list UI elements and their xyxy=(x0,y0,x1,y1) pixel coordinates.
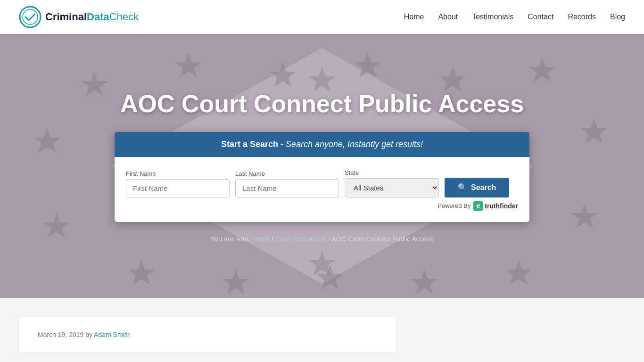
site-header: CriminalDataCheck Home About Testimonial… xyxy=(0,0,644,34)
article-card: March 19, 2019 by Adam Smith xyxy=(19,317,396,353)
main-nav: Home About Testimonials Contact Records … xyxy=(404,13,625,21)
search-header-italic: - Search anyone, Instantly get results! xyxy=(281,140,423,149)
logo-text: CriminalDataCheck xyxy=(45,11,139,23)
breadcrumb-prefix: You are here: xyxy=(211,235,250,243)
search-header-bold: Start a Search xyxy=(221,140,278,149)
last-name-input[interactable] xyxy=(235,179,339,197)
breadcrumb-court[interactable]: Court Documents xyxy=(275,235,327,243)
search-body: First Name Last Name State All States Al… xyxy=(115,157,529,222)
nav-about[interactable]: About xyxy=(438,13,458,21)
article-author[interactable]: Adam Smith xyxy=(94,331,130,338)
nav-blog[interactable]: Blog xyxy=(610,13,625,21)
state-group: State All States Alabama Alaska Arkansas… xyxy=(345,169,439,197)
hero-title: AOC Court Connect Public Access xyxy=(120,90,524,118)
powered-by: Powered By tf truthfinder xyxy=(126,197,518,211)
search-box: Start a Search - Search anyone, Instantl… xyxy=(115,132,529,222)
nav-home[interactable]: Home xyxy=(404,13,424,21)
breadcrumb: You are here: Home / Court Documents / A… xyxy=(211,235,433,243)
truthfinder-logo: tf truthfinder xyxy=(473,201,518,211)
truthfinder-icon: tf xyxy=(473,201,483,211)
logo[interactable]: CriminalDataCheck xyxy=(19,6,139,28)
first-name-input[interactable] xyxy=(126,179,230,197)
state-label: State xyxy=(345,169,439,176)
search-button[interactable]: 🔍 Search xyxy=(445,178,509,197)
powered-by-label: Powered By xyxy=(438,202,471,209)
state-select[interactable]: All States Alabama Alaska Arkansas Arizo… xyxy=(345,178,439,197)
nav-records[interactable]: Records xyxy=(568,13,596,21)
breadcrumb-home[interactable]: Home xyxy=(252,235,270,243)
nav-contact[interactable]: Contact xyxy=(528,13,553,21)
bottom-section: March 19, 2019 by Adam Smith xyxy=(0,298,644,362)
article-date: March 19, 2019 xyxy=(38,331,83,338)
hero-content: AOC Court Connect Public Access Start a … xyxy=(0,90,644,243)
nav-testimonials[interactable]: Testimonials xyxy=(472,13,513,21)
logo-icon xyxy=(19,6,41,28)
search-box-header: Start a Search - Search anyone, Instantl… xyxy=(115,132,529,157)
search-button-label: Search xyxy=(471,183,496,192)
truthfinder-name: truthfinder xyxy=(485,202,518,210)
hero-section: ARKANSAS AOC Court Connect Public Access… xyxy=(0,34,644,298)
search-icon: 🔍 xyxy=(458,183,467,192)
article-meta: March 19, 2019 by Adam Smith xyxy=(38,331,377,338)
breadcrumb-sep2: / xyxy=(329,235,330,243)
last-name-label: Last Name xyxy=(235,170,339,177)
first-name-group: First Name xyxy=(126,170,230,197)
first-name-label: First Name xyxy=(126,170,230,177)
last-name-group: Last Name xyxy=(235,170,339,197)
search-fields: First Name Last Name State All States Al… xyxy=(126,168,518,197)
breadcrumb-sep1: / xyxy=(272,235,273,243)
article-by: by xyxy=(85,331,92,338)
breadcrumb-current: AOC Court Connect Public Access xyxy=(332,235,433,243)
